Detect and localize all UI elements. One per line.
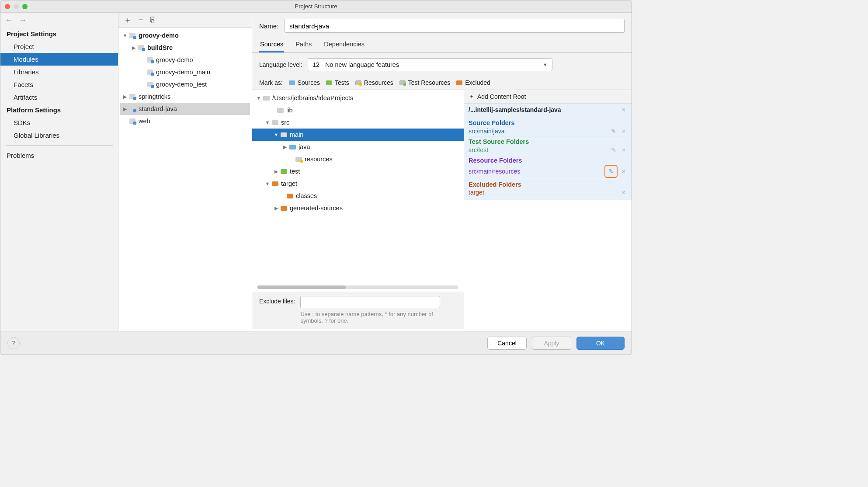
chevron-right-icon[interactable]: ▶ (122, 94, 128, 100)
edit-icon[interactable]: ✎ (610, 127, 618, 135)
section-platform-settings: Platform Settings (0, 104, 118, 116)
sidebar-item-project[interactable]: Project (0, 40, 118, 53)
apply-button: Apply (532, 337, 571, 350)
test-resources-folder-icon (399, 80, 406, 85)
folder-icon (263, 96, 270, 101)
content-root-path[interactable]: /...intellij-samples/standard-java× (464, 104, 632, 116)
excluded-folders-title: Excluded Folders (469, 181, 627, 188)
module-groovy-demo[interactable]: ▼groovy-demo (120, 29, 250, 42)
remove-icon[interactable]: × (620, 146, 627, 153)
folder-label: resources (305, 156, 333, 163)
dialog-footer: ? Cancel Apply OK (0, 331, 632, 355)
module-buildsrc[interactable]: ▶buildSrc (120, 42, 250, 54)
mark-sources[interactable]: Sources (289, 79, 320, 86)
module-groovy-demo-sub[interactable]: groovy-demo (120, 54, 250, 66)
ok-button[interactable]: OK (576, 337, 625, 350)
excluded-folder-path[interactable]: target (469, 189, 484, 196)
sources-folder-icon (289, 80, 295, 85)
src-generated[interactable]: ▶generated-sources (252, 202, 464, 214)
sidebar-item-global-libraries[interactable]: Global Libraries (0, 129, 118, 142)
folder-label: generated-sources (290, 205, 343, 212)
help-button[interactable]: ? (7, 337, 20, 349)
module-label: web (139, 118, 150, 125)
sidebar-item-facets[interactable]: Facets (0, 78, 118, 91)
chevron-down-icon[interactable]: ▼ (264, 120, 271, 125)
remove-icon[interactable]: × (620, 168, 627, 175)
src-test[interactable]: ▶test (252, 165, 464, 177)
module-springtricks[interactable]: ▶springtricks (120, 90, 250, 103)
titlebar: Project Structure (0, 0, 632, 13)
folder-icon (277, 108, 284, 113)
sidebar-item-problems[interactable]: Problems (0, 149, 118, 162)
remove-root-icon[interactable]: × (620, 106, 627, 113)
src-java[interactable]: ▶java (252, 141, 464, 153)
exclude-files-input[interactable] (300, 296, 440, 308)
src-main[interactable]: ▼main (252, 129, 464, 141)
mark-test-resources[interactable]: Test Resources (399, 79, 451, 86)
language-level-select[interactable]: 12 - No new language features ▼ (308, 58, 552, 71)
sidebar-item-libraries[interactable]: Libraries (0, 66, 118, 78)
chevron-down-icon[interactable]: ▼ (264, 181, 271, 186)
module-tabs: Sources Paths Dependencies (252, 37, 632, 53)
chevron-right-icon[interactable]: ▶ (131, 45, 137, 51)
forward-icon: → (19, 16, 27, 25)
chevron-down-icon[interactable]: ▼ (256, 95, 262, 101)
excluded-folder-icon (272, 181, 278, 186)
chevron-down-icon[interactable]: ▼ (273, 132, 279, 137)
tab-dependencies[interactable]: Dependencies (323, 37, 365, 52)
remove-module-icon[interactable]: − (139, 15, 143, 24)
language-level-value: 12 - No new language features (312, 61, 399, 68)
module-standard-java[interactable]: ▶standard-java (120, 103, 250, 115)
sidebar-item-artifacts[interactable]: Artifacts (0, 91, 118, 104)
module-icon (129, 33, 135, 38)
content-roots-panel: ＋Add Content Root /...intellij-samples/s… (464, 90, 632, 331)
module-icon (147, 70, 153, 75)
name-label: Name: (259, 22, 278, 30)
sidebar-item-sdks[interactable]: SDKs (0, 116, 118, 129)
module-groovy-demo-test[interactable]: groovy-demo_test (120, 78, 250, 90)
resource-folder-path[interactable]: src/main/resources (469, 168, 520, 175)
remove-icon[interactable]: × (620, 128, 627, 135)
chevron-right-icon[interactable]: ▶ (282, 144, 288, 150)
add-content-root[interactable]: ＋Add Content Root (464, 90, 632, 104)
content-root-label: /...intellij-samples/standard-java (469, 106, 561, 113)
mark-excluded[interactable]: Excluded (456, 79, 490, 86)
chevron-right-icon[interactable]: ▶ (273, 205, 279, 211)
tab-sources[interactable]: Sources (259, 37, 284, 52)
module-name-input[interactable] (285, 19, 625, 33)
modules-tree-panel: ＋ − ⎘ ▼groovy-demo ▶buildSrc groovy-demo… (118, 13, 252, 331)
module-groovy-demo-main[interactable]: groovy-demo_main (120, 66, 250, 78)
edit-icon[interactable]: ✎ (610, 146, 618, 154)
test-folder-path[interactable]: src/test (469, 146, 488, 153)
sidebar-item-modules[interactable]: Modules (0, 53, 118, 66)
modules-tree: ▼groovy-demo ▶buildSrc groovy-demo groov… (118, 28, 252, 331)
src-src[interactable]: ▼src (252, 116, 464, 129)
exclude-files-help: Use ; to separate name patterns, * for a… (300, 311, 440, 324)
mark-tests[interactable]: Tests (326, 79, 349, 86)
copy-module-icon[interactable]: ⎘ (150, 15, 155, 24)
src-target[interactable]: ▼target (252, 177, 464, 190)
mark-resources[interactable]: Resources (355, 79, 393, 86)
remove-icon[interactable]: × (620, 189, 627, 196)
src-resources[interactable]: resources (252, 153, 464, 165)
chevron-right-icon[interactable]: ▶ (273, 169, 279, 174)
folder-label: lib (286, 107, 293, 114)
folder-label: main (290, 131, 303, 138)
src-classes[interactable]: classes (252, 190, 464, 202)
cancel-button[interactable]: Cancel (487, 337, 527, 350)
src-lib[interactable]: lib (252, 104, 464, 116)
module-icon (129, 94, 135, 99)
tab-paths[interactable]: Paths (295, 37, 312, 52)
chevron-right-icon[interactable]: ▶ (122, 106, 128, 112)
back-icon[interactable]: ← (5, 16, 13, 25)
language-level-label: Language level: (259, 61, 302, 68)
module-icon (129, 118, 135, 124)
horizontal-scrollbar[interactable] (257, 285, 458, 289)
resources-folder-icon (355, 80, 361, 85)
source-folder-path[interactable]: src/main/java (469, 128, 504, 135)
edit-icon[interactable]: ✎ (604, 165, 618, 178)
src-root[interactable]: ▼/Users/jetbrains/IdeaProjects (252, 92, 464, 104)
add-module-icon[interactable]: ＋ (124, 15, 132, 25)
chevron-down-icon[interactable]: ▼ (122, 33, 128, 38)
module-web[interactable]: web (120, 115, 250, 127)
